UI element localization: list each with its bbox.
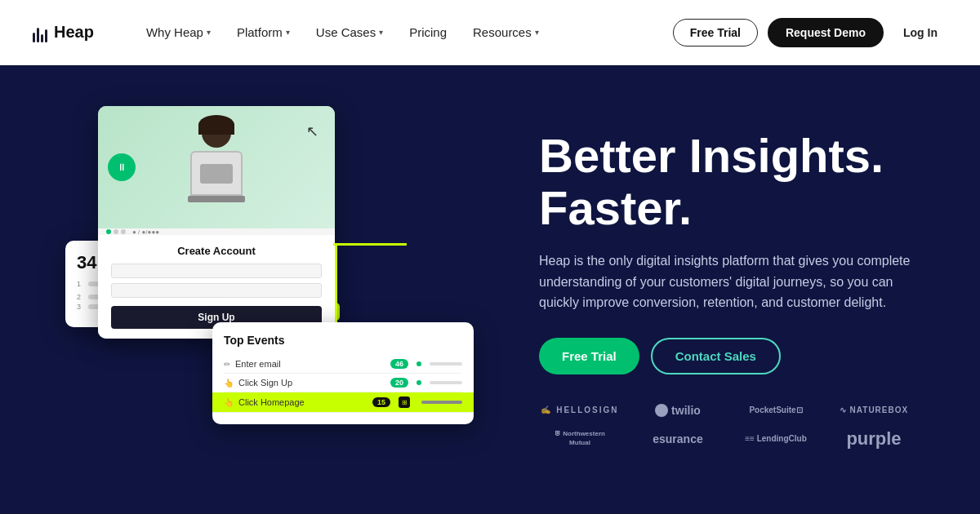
logo-lendingclub: ≡≡ LendingClub (735, 428, 817, 450)
logo-northwestern: ⛨ NorthwesternMutual (539, 428, 621, 450)
funnel-num: 2 (77, 293, 83, 301)
logos-grid: ✍ HELLOSIGN twilio PocketSuite⊡ ∿ NATURE… (539, 404, 915, 450)
funnel-num: 1 (77, 280, 83, 288)
pause-button[interactable]: ⏸ (108, 153, 136, 181)
event-row-1: ✏ Enter email 46 (224, 355, 462, 374)
event-count: 20 (390, 378, 408, 388)
nav-item-resources[interactable]: Resources ▾ (460, 19, 552, 46)
logo-twilio: twilio (637, 404, 719, 417)
cursor-icon: ↖ (306, 122, 318, 140)
event-count: 46 (390, 359, 408, 369)
pocketsuite-text: PocketSuite⊡ (749, 405, 802, 414)
logo-esurance: esurance (637, 428, 719, 450)
event-row-3-highlighted: 👆 Click Homepage 15 ⊞ (212, 392, 474, 413)
logo-hellosign: ✍ HELLOSIGN (539, 404, 621, 417)
event-count: 15 (372, 397, 390, 407)
request-demo-button[interactable]: Request Demo (768, 18, 884, 47)
dot (121, 229, 126, 234)
count-dot (416, 361, 421, 366)
purple-text: purple (846, 428, 901, 450)
hero-headline: Better Insights. Faster. (539, 130, 915, 234)
create-account-card: ⏸ ↖ ● / ●/●●● Create Account Sign Up (98, 106, 335, 339)
headline-line2: Faster. (539, 181, 692, 234)
form-title: Create Account (111, 245, 322, 257)
logo[interactable]: Heap (33, 23, 94, 42)
navbar: Heap Why Heap ▾ Platform ▾ Use Cases ▾ P… (0, 0, 980, 65)
edit-icon: ✏ (224, 360, 230, 369)
logo-text: Heap (54, 23, 94, 42)
esurance-text: esurance (653, 432, 702, 445)
hero-right-panel: Better Insights. Faster. Heap is the onl… (490, 130, 931, 449)
contact-sales-button[interactable]: Contact Sales (651, 338, 781, 374)
login-button[interactable]: Log In (893, 20, 947, 46)
chevron-down-icon: ▾ (286, 28, 290, 37)
person-body (190, 151, 243, 196)
nav-item-why-heap[interactable]: Why Heap ▾ (133, 19, 224, 46)
event-label: Enter email (235, 359, 281, 369)
person-illustration (184, 118, 249, 216)
event-label: Click Homepage (238, 397, 305, 407)
card-image: ⏸ ↖ (98, 106, 335, 228)
logo-icon (33, 23, 47, 42)
headline-line1: Better Insights. (539, 129, 884, 182)
person-hair (198, 115, 234, 135)
cta-buttons: Free Trial Contact Sales (539, 338, 915, 374)
twilio-text: twilio (671, 404, 701, 417)
connector-horizontal (333, 243, 407, 246)
event-bar (430, 362, 462, 366)
events-title: Top Events (224, 334, 462, 347)
progress-dots (106, 229, 126, 234)
cursor-icon: 👆 (224, 398, 234, 407)
hero-subtext: Heap is the only digital insights platfo… (539, 250, 915, 313)
dot (114, 229, 118, 234)
event-bar-highlighted (421, 401, 462, 404)
funnel-num: 3 (77, 303, 83, 311)
nav-actions: Free Trial Request Demo Log In (673, 18, 947, 47)
nav-item-use-cases[interactable]: Use Cases ▾ (303, 19, 396, 46)
top-events-card: Top Events ✏ Enter email 46 👆 Click Sign… (212, 322, 474, 424)
twilio-circle (655, 404, 668, 417)
dot-active (106, 229, 111, 234)
hellosign-text: ✍ HELLOSIGN (541, 405, 618, 414)
event-bar (430, 381, 462, 384)
hero-section: ⏸ ↖ ● / ●/●●● Create Account Sign Up (0, 65, 980, 514)
northwestern-text: ⛨ NorthwesternMutual (555, 430, 605, 447)
form-input-1[interactable] (111, 264, 322, 278)
person-head (202, 118, 231, 148)
event-row-2: 👆 Click Sign Up 20 (224, 374, 462, 392)
laptop-screen (200, 164, 233, 184)
lendingclub-text: ≡≡ LendingClub (745, 434, 807, 443)
form-input-2[interactable] (111, 283, 322, 298)
chevron-down-icon: ▾ (207, 28, 211, 37)
logo-naturebox: ∿ NATUREBOX (833, 404, 915, 417)
chevron-down-icon: ▾ (535, 28, 539, 37)
cursor-icon: 👆 (224, 379, 234, 388)
progress-text: ● / ●/●●● (132, 228, 159, 236)
hero-left-panel: ⏸ ↖ ● / ●/●●● Create Account Sign Up (49, 65, 490, 514)
logo-purple: purple (833, 428, 915, 450)
nav-links: Why Heap ▾ Platform ▾ Use Cases ▾ Pricin… (133, 19, 647, 46)
logo-pocketsuite: PocketSuite⊡ (735, 404, 817, 417)
progress-bar: ● / ●/●●● (98, 228, 335, 235)
naturebox-text: ∿ NATUREBOX (840, 405, 908, 414)
count-icon: ⊞ (399, 397, 410, 408)
hero-free-trial-button[interactable]: Free Trial (539, 338, 639, 374)
free-trial-button[interactable]: Free Trial (673, 19, 758, 47)
count-dot (416, 380, 421, 385)
nav-item-pricing[interactable]: Pricing (396, 19, 460, 46)
chevron-down-icon: ▾ (379, 28, 383, 37)
laptop-base (188, 196, 245, 202)
event-label: Click Sign Up (238, 378, 292, 388)
nav-item-platform[interactable]: Platform ▾ (224, 19, 303, 46)
